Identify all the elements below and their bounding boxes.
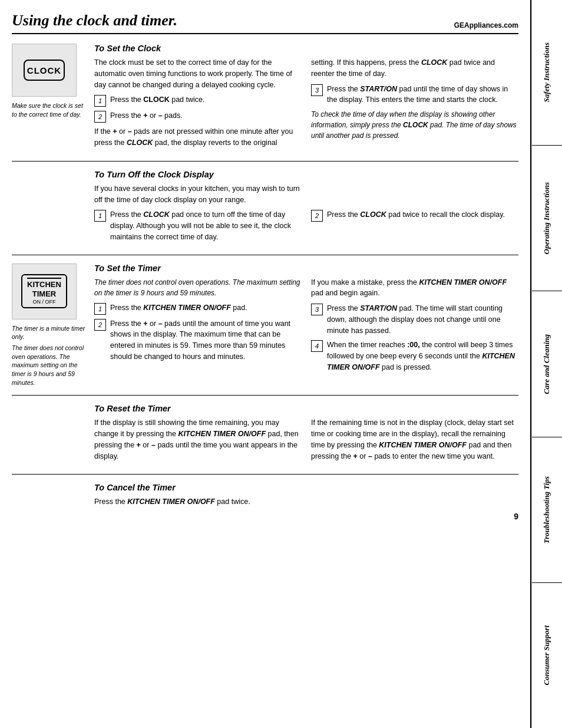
turn-off-step-2-text: Press the CLOCK pad twice to recall the … xyxy=(327,209,518,220)
timer-step-1-text: Press the KITCHEN TIMER ON/OFF pad. xyxy=(110,302,302,314)
turn-off-step-num-2: 2 xyxy=(311,210,323,222)
timer-intro-italic: The timer does not control oven operatio… xyxy=(94,277,302,298)
timer-content-col: To Set the Timer The timer does not cont… xyxy=(94,263,518,387)
clock-step-2: 2 Press the + or – pads. xyxy=(94,110,302,123)
cancel-timer-text: Press the KITCHEN TIMER ON/OFF pad twice… xyxy=(94,496,518,508)
reset-left-text: If the display is still showing the time… xyxy=(94,417,302,462)
timer-caption-2: The timer does not control oven operatio… xyxy=(12,344,86,387)
sidebar-safety: Safety Instructions xyxy=(532,0,562,146)
reset-right-text: If the remaining time is not in the disp… xyxy=(311,417,518,462)
timer-step-2: 2 Press the + or – pads until the amount… xyxy=(94,318,302,363)
turn-off-right: 2 Press the CLOCK pad twice to recall th… xyxy=(311,183,518,246)
clock-note: If the + or – pads are not pressed withi… xyxy=(94,126,302,149)
turn-off-intro: If you have several clocks in your kitch… xyxy=(94,183,302,206)
sidebar-consumer: Consumer Support xyxy=(532,583,562,728)
step-num-3: 3 xyxy=(311,84,323,96)
timer-step-4: 4 When the timer reaches :00, the contro… xyxy=(311,340,518,373)
timer-step-2-text: Press the + or – pads until the amount o… xyxy=(110,318,302,363)
turn-off-clock-heading: To Turn Off the Clock Display xyxy=(94,170,518,179)
turn-off-step-1-text: Press the CLOCK pad once to turn off the… xyxy=(110,209,302,242)
step-3-text: Press the START/ON pad until the time of… xyxy=(327,84,518,106)
clock-step-1: 1 Press the CLOCK pad twice. xyxy=(94,94,302,107)
timer-step-num-3: 3 xyxy=(311,304,323,315)
clock-right-note: setting. If this happens, press the CLOC… xyxy=(311,57,518,80)
sidebar-care: Care and Cleaning xyxy=(532,291,562,437)
step-1-text: Press the CLOCK pad twice. xyxy=(110,94,302,106)
clock-section: CLOCK Make sure the clock is set to the … xyxy=(12,44,518,162)
clock-content-col: To Set the Clock The clock must be set t… xyxy=(94,44,518,153)
reset-left: If the display is still showing the time… xyxy=(94,417,302,466)
reset-right: If the remaining time is not in the disp… xyxy=(311,417,518,466)
set-timer-heading: To Set the Timer xyxy=(94,263,518,273)
page-title-bar: Using the clock and timer. GEAppliances.… xyxy=(12,12,518,34)
clock-step-3: 3 Press the START/ON pad until the time … xyxy=(311,84,518,106)
website-url: GEAppliances.com xyxy=(454,21,518,29)
clock-image-box: CLOCK xyxy=(12,44,77,97)
clock-display-section: To Turn Off the Clock Display If you hav… xyxy=(12,170,518,255)
clock-caption: Make sure the clock is set to the correc… xyxy=(12,101,86,118)
sidebar-operating: Operating Instructions xyxy=(532,146,562,291)
set-clock-right: setting. If this happens, press the CLOC… xyxy=(311,57,518,153)
page-title: Using the clock and timer. xyxy=(12,12,177,29)
step-2-text: Press the + or – pads. xyxy=(110,110,302,121)
sidebar-care-label: Care and Cleaning xyxy=(542,334,552,394)
turn-off-step-1: 1 Press the CLOCK pad once to turn off t… xyxy=(94,209,302,242)
timer-step-num-2: 2 xyxy=(94,319,106,331)
step-num-2: 2 xyxy=(94,111,106,123)
set-timer-right: If you make a mistake, press the KITCHEN… xyxy=(311,277,518,377)
timer-section: KITCHENTIMER ON / OFF The timer is a min… xyxy=(12,263,518,396)
timer-step-3: 3 Press the START/ON pad. The time will … xyxy=(311,303,518,336)
timer-step-1: 1 Press the KITCHEN TIMER ON/OFF pad. xyxy=(94,302,302,315)
page-number: 9 xyxy=(12,512,518,521)
reset-timer-heading: To Reset the Timer xyxy=(94,404,518,413)
sidebar-troubleshooting: Troubleshooting Tips xyxy=(532,437,562,583)
set-clock-heading: To Set the Clock xyxy=(94,44,518,53)
timer-caption-1: The timer is a minute timer only. xyxy=(12,324,86,341)
clock-label: CLOCK xyxy=(24,60,65,81)
timer-step-num-1: 1 xyxy=(94,303,106,315)
timer-image-box: KITCHENTIMER ON / OFF xyxy=(12,263,77,319)
timer-step-3-text: Press the START/ON pad. The time will st… xyxy=(327,303,518,336)
timer-inner: KITCHENTIMER ON / OFF xyxy=(21,274,67,308)
clock-image-col: CLOCK Make sure the clock is set to the … xyxy=(12,44,94,153)
cancel-timer-heading: To Cancel the Timer xyxy=(94,483,518,492)
turn-off-step-2: 2 Press the CLOCK pad twice to recall th… xyxy=(311,209,518,222)
set-clock-intro: The clock must be set to the correct tim… xyxy=(94,57,302,90)
set-clock-left: The clock must be set to the correct tim… xyxy=(94,57,302,153)
set-timer-left: The timer does not control oven operatio… xyxy=(94,277,302,377)
reset-timer-section: To Reset the Timer If the display is sti… xyxy=(12,404,518,475)
sidebar-operating-label: Operating Instructions xyxy=(542,182,552,254)
timer-step-num-4: 4 xyxy=(311,340,323,352)
turn-off-step-num-1: 1 xyxy=(94,210,106,222)
sidebar: Safety Instructions Operating Instructio… xyxy=(531,0,562,728)
sidebar-troubleshooting-label: Troubleshooting Tips xyxy=(542,476,552,543)
timer-step-4-text: When the timer reaches :00, the control … xyxy=(327,340,518,373)
sidebar-consumer-label: Consumer Support xyxy=(542,625,552,686)
cancel-timer-section: To Cancel the Timer Press the KITCHEN TI… xyxy=(12,483,518,521)
sidebar-safety-label: Safety Instructions xyxy=(542,42,552,103)
clock-tip: To check the time of day when the displa… xyxy=(311,109,518,141)
turn-off-left: If you have several clocks in your kitch… xyxy=(94,183,302,246)
timer-image-col: KITCHENTIMER ON / OFF The timer is a min… xyxy=(12,263,94,387)
timer-right-note: If you make a mistake, press the KITCHEN… xyxy=(311,277,518,299)
step-num-1: 1 xyxy=(94,95,106,107)
